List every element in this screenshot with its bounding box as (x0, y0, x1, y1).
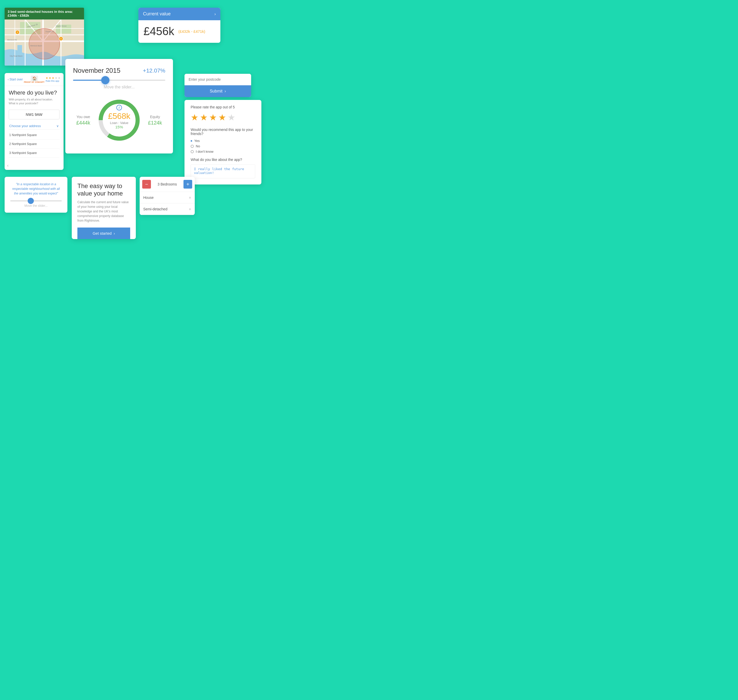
main-amount: £568k (108, 112, 130, 121)
property-style-dropdown[interactable]: Semi-detached ∨ (140, 203, 195, 215)
rating-stars[interactable]: ★ ★ ★ ★ ★ (191, 112, 255, 122)
equity-value: £124k (145, 120, 165, 126)
radio-dk-icon (191, 150, 194, 153)
landing-title: The easy way to value your home (77, 182, 130, 197)
you-owe-value: £444k (73, 120, 94, 126)
property-style-label: Semi-detached (143, 207, 167, 211)
postcode-input[interactable] (184, 74, 251, 85)
address-card: ‹ Start over 🏠 PROOF OF CONCEPT ★ ★ ★ ★ … (4, 73, 63, 170)
submit-button[interactable]: Submit › (184, 85, 251, 97)
address-card-header: ‹ Start over 🏠 PROOF OF CONCEPT ★ ★ ★ ★ … (4, 73, 63, 86)
main-card-header: November 2015 +12.07% (73, 67, 165, 75)
choose-address-button[interactable]: Choose your address ∨ (9, 122, 59, 129)
header-stars: ★ ★ ★ ★ ★ (46, 76, 60, 80)
chevron-left-icon: ‹ (8, 78, 9, 81)
value-card-body: £456k (£432k - £471k) (138, 20, 221, 43)
property-type-label: House (143, 196, 153, 200)
radio-no[interactable]: No (191, 144, 255, 148)
svg-rect-3 (18, 45, 22, 60)
radio-yes[interactable]: Yes (191, 139, 255, 143)
slider-track (73, 80, 165, 81)
svg-text:Wenlock Rd: Wenlock Rd (7, 39, 17, 41)
svg-text:Forston St: Forston St (46, 31, 54, 32)
card-nav: ‹ (4, 161, 63, 170)
app-logo: 🏠 PROOF OF CONCEPT (24, 76, 45, 83)
map-card: 3 bed semi-detached houses in this area:… (4, 8, 84, 66)
property-type-card: − 3 Bedrooms + House ∨ Semi-detached ∨ (140, 177, 195, 215)
donut-section: You owe £444k i £568k Loan : Value 15% E… (73, 94, 165, 146)
you-owe-label: You owe (73, 115, 94, 119)
list-item[interactable]: 3 Northpoint Square (9, 149, 59, 157)
testimonial-slider[interactable] (10, 200, 62, 201)
you-owe-section: You owe £444k (73, 115, 94, 126)
testimonial-text: "In a respectable location in a respecta… (10, 182, 62, 196)
loan-value: 15% (108, 125, 130, 129)
value-range: (£432k - £471k) (178, 29, 205, 34)
star-4[interactable]: ★ (218, 112, 226, 122)
list-item[interactable]: 2 Northpoint Square (9, 140, 59, 149)
svg-text:Wenlock Basin: Wenlock Basin (30, 45, 42, 47)
star-3[interactable]: ★ (209, 112, 217, 122)
app-rating-area: ★ ★ ★ ★ ★ Rate this app (46, 76, 60, 82)
address-card-body: Where do you live? With property, it's a… (4, 86, 63, 161)
svg-text:T: T (17, 31, 18, 34)
equity-section: Equity £124k (145, 115, 165, 126)
star-5[interactable]: ★ (228, 112, 235, 122)
recommend-title: Would you recommend this app to your fri… (191, 128, 255, 136)
radio-no-icon (191, 145, 194, 148)
slider-thumb[interactable] (101, 76, 109, 84)
donut-chart: i £568k Loan : Value 15% (96, 97, 142, 143)
timeline-slider[interactable] (73, 80, 165, 81)
testimonial-card: "In a respectable location in a respecta… (4, 177, 68, 213)
like-title: What do you like about the app? (191, 157, 255, 162)
loan-label: Loan : Value (108, 121, 130, 125)
value-card: Current value › £456k (£432k - £471k) (138, 8, 221, 43)
back-button[interactable]: ‹ Start over (8, 78, 23, 81)
testimonial-hint: Move the slider... (10, 204, 62, 207)
value-card-header[interactable]: Current value › (138, 8, 221, 20)
svg-text:City Road Basin: City Road Basin (10, 55, 22, 57)
nav-left-arrow[interactable]: ‹ (7, 163, 9, 168)
svg-point-13 (29, 28, 60, 59)
equity-label: Equity (145, 115, 165, 119)
landing-desc: Calculate the current and future value o… (77, 200, 130, 223)
dropdown-style-arrow-icon: ∨ (189, 207, 191, 211)
list-item[interactable]: 1 Northpoint Square (9, 131, 59, 140)
percent-label: +12.07% (143, 68, 165, 74)
value-card-title: Current value (143, 11, 171, 17)
postcode-display: NW1 9AW (9, 110, 59, 119)
landing-card: The easy way to value your home Calculat… (72, 177, 136, 239)
bedrooms-label: 3 Bedrooms (157, 182, 177, 186)
radio-dontknow[interactable]: I don't know (191, 150, 255, 153)
svg-text:🏠: 🏠 (32, 76, 37, 81)
chevron-down-icon: ∨ (56, 124, 59, 128)
property-type-dropdown[interactable]: House ∨ (140, 192, 195, 203)
svg-text:Napier Grove: Napier Grove (56, 25, 67, 27)
bedrooms-minus-button[interactable]: − (142, 180, 151, 188)
svg-text:T: T (60, 38, 62, 40)
star-2[interactable]: ★ (200, 112, 207, 122)
star-1[interactable]: ★ (191, 112, 198, 122)
bedrooms-plus-button[interactable]: + (184, 180, 192, 188)
map-banner: 3 bed semi-detached houses in this area:… (4, 8, 84, 19)
rating-card: Please rate the app out of 5 ★ ★ ★ ★ ★ W… (184, 100, 262, 184)
month-label: November 2015 (73, 67, 121, 75)
bullet-icon (191, 140, 192, 142)
bedrooms-row: − 3 Bedrooms + (140, 177, 195, 192)
slider-fill (73, 80, 105, 81)
btn-arrow-icon: › (114, 231, 115, 235)
value-main: £456k (144, 25, 174, 38)
like-textarea[interactable]: I really liked the future valuation! (191, 164, 255, 178)
slider-hint: Move the slider... (73, 85, 165, 90)
dropdown-arrow-icon: ∨ (189, 196, 191, 199)
info-icon[interactable]: i (116, 105, 122, 110)
main-card: November 2015 +12.07% Move the slider...… (65, 59, 173, 153)
donut-main-value: £568k Loan : Value 15% (108, 112, 130, 129)
chevron-right-icon: › (215, 12, 216, 16)
testimonial-thumb[interactable] (28, 198, 34, 204)
get-started-button[interactable]: Get started › (77, 228, 130, 239)
map-image: T T Province St Napier Grove Forston St … (4, 19, 84, 66)
address-subtitle: With property, it's all about location. … (9, 98, 59, 106)
rating-title: Please rate the app out of 5 (191, 105, 255, 109)
address-question: Where do you live? (9, 90, 59, 96)
